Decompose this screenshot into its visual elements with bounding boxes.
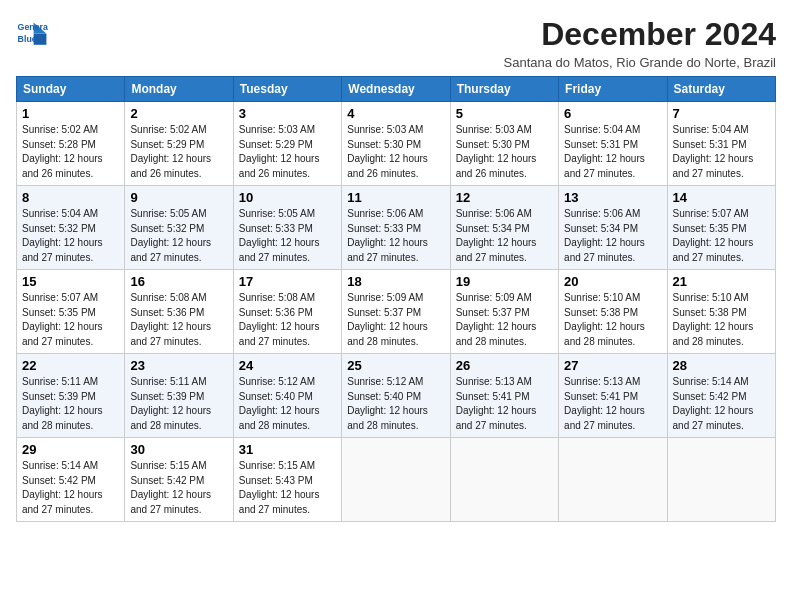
calendar-cell: 12Sunrise: 5:06 AM Sunset: 5:34 PM Dayli… [450, 186, 558, 270]
day-number: 25 [347, 358, 444, 373]
calendar-week-1: 1Sunrise: 5:02 AM Sunset: 5:28 PM Daylig… [17, 102, 776, 186]
calendar-week-2: 8Sunrise: 5:04 AM Sunset: 5:32 PM Daylig… [17, 186, 776, 270]
day-number: 9 [130, 190, 227, 205]
day-info: Sunrise: 5:11 AM Sunset: 5:39 PM Dayligh… [130, 375, 227, 433]
day-info: Sunrise: 5:06 AM Sunset: 5:34 PM Dayligh… [564, 207, 661, 265]
calendar-cell: 6Sunrise: 5:04 AM Sunset: 5:31 PM Daylig… [559, 102, 667, 186]
day-number: 6 [564, 106, 661, 121]
calendar-week-5: 29Sunrise: 5:14 AM Sunset: 5:42 PM Dayli… [17, 438, 776, 522]
calendar-week-4: 22Sunrise: 5:11 AM Sunset: 5:39 PM Dayli… [17, 354, 776, 438]
calendar-cell: 24Sunrise: 5:12 AM Sunset: 5:40 PM Dayli… [233, 354, 341, 438]
calendar-cell [450, 438, 558, 522]
calendar-cell: 18Sunrise: 5:09 AM Sunset: 5:37 PM Dayli… [342, 270, 450, 354]
day-number: 20 [564, 274, 661, 289]
calendar-cell: 19Sunrise: 5:09 AM Sunset: 5:37 PM Dayli… [450, 270, 558, 354]
calendar-header-thursday: Thursday [450, 77, 558, 102]
day-number: 18 [347, 274, 444, 289]
day-info: Sunrise: 5:03 AM Sunset: 5:30 PM Dayligh… [347, 123, 444, 181]
calendar-cell: 16Sunrise: 5:08 AM Sunset: 5:36 PM Dayli… [125, 270, 233, 354]
calendar-cell: 14Sunrise: 5:07 AM Sunset: 5:35 PM Dayli… [667, 186, 775, 270]
day-number: 28 [673, 358, 770, 373]
day-info: Sunrise: 5:04 AM Sunset: 5:32 PM Dayligh… [22, 207, 119, 265]
day-info: Sunrise: 5:04 AM Sunset: 5:31 PM Dayligh… [564, 123, 661, 181]
day-info: Sunrise: 5:03 AM Sunset: 5:29 PM Dayligh… [239, 123, 336, 181]
calendar-header-monday: Monday [125, 77, 233, 102]
calendar-cell: 10Sunrise: 5:05 AM Sunset: 5:33 PM Dayli… [233, 186, 341, 270]
day-info: Sunrise: 5:15 AM Sunset: 5:42 PM Dayligh… [130, 459, 227, 517]
day-info: Sunrise: 5:09 AM Sunset: 5:37 PM Dayligh… [456, 291, 553, 349]
day-info: Sunrise: 5:14 AM Sunset: 5:42 PM Dayligh… [22, 459, 119, 517]
calendar-body: 1Sunrise: 5:02 AM Sunset: 5:28 PM Daylig… [17, 102, 776, 522]
calendar-cell: 4Sunrise: 5:03 AM Sunset: 5:30 PM Daylig… [342, 102, 450, 186]
day-number: 8 [22, 190, 119, 205]
calendar-cell: 9Sunrise: 5:05 AM Sunset: 5:32 PM Daylig… [125, 186, 233, 270]
calendar-cell: 15Sunrise: 5:07 AM Sunset: 5:35 PM Dayli… [17, 270, 125, 354]
calendar-cell: 1Sunrise: 5:02 AM Sunset: 5:28 PM Daylig… [17, 102, 125, 186]
calendar-header-sunday: Sunday [17, 77, 125, 102]
day-number: 16 [130, 274, 227, 289]
day-number: 17 [239, 274, 336, 289]
day-number: 24 [239, 358, 336, 373]
month-title: December 2024 [504, 16, 776, 53]
calendar-header-friday: Friday [559, 77, 667, 102]
day-number: 23 [130, 358, 227, 373]
day-number: 4 [347, 106, 444, 121]
calendar-cell: 20Sunrise: 5:10 AM Sunset: 5:38 PM Dayli… [559, 270, 667, 354]
day-info: Sunrise: 5:09 AM Sunset: 5:37 PM Dayligh… [347, 291, 444, 349]
day-info: Sunrise: 5:07 AM Sunset: 5:35 PM Dayligh… [673, 207, 770, 265]
page-header: General Blue December 2024 Santana do Ma… [16, 16, 776, 70]
day-info: Sunrise: 5:06 AM Sunset: 5:34 PM Dayligh… [456, 207, 553, 265]
day-info: Sunrise: 5:12 AM Sunset: 5:40 PM Dayligh… [239, 375, 336, 433]
day-info: Sunrise: 5:08 AM Sunset: 5:36 PM Dayligh… [130, 291, 227, 349]
calendar-cell: 13Sunrise: 5:06 AM Sunset: 5:34 PM Dayli… [559, 186, 667, 270]
logo-icon: General Blue [16, 16, 48, 48]
logo: General Blue [16, 16, 48, 48]
day-info: Sunrise: 5:06 AM Sunset: 5:33 PM Dayligh… [347, 207, 444, 265]
location-subtitle: Santana do Matos, Rio Grande do Norte, B… [504, 55, 776, 70]
day-number: 2 [130, 106, 227, 121]
calendar-cell: 30Sunrise: 5:15 AM Sunset: 5:42 PM Dayli… [125, 438, 233, 522]
day-number: 21 [673, 274, 770, 289]
day-number: 19 [456, 274, 553, 289]
day-info: Sunrise: 5:07 AM Sunset: 5:35 PM Dayligh… [22, 291, 119, 349]
calendar-table: SundayMondayTuesdayWednesdayThursdayFrid… [16, 76, 776, 522]
day-number: 10 [239, 190, 336, 205]
calendar-header-wednesday: Wednesday [342, 77, 450, 102]
calendar-cell: 26Sunrise: 5:13 AM Sunset: 5:41 PM Dayli… [450, 354, 558, 438]
title-block: December 2024 Santana do Matos, Rio Gran… [504, 16, 776, 70]
day-number: 14 [673, 190, 770, 205]
day-info: Sunrise: 5:14 AM Sunset: 5:42 PM Dayligh… [673, 375, 770, 433]
calendar-cell: 7Sunrise: 5:04 AM Sunset: 5:31 PM Daylig… [667, 102, 775, 186]
day-number: 1 [22, 106, 119, 121]
calendar-cell: 17Sunrise: 5:08 AM Sunset: 5:36 PM Dayli… [233, 270, 341, 354]
day-number: 13 [564, 190, 661, 205]
day-info: Sunrise: 5:13 AM Sunset: 5:41 PM Dayligh… [564, 375, 661, 433]
calendar-cell: 31Sunrise: 5:15 AM Sunset: 5:43 PM Dayli… [233, 438, 341, 522]
day-info: Sunrise: 5:10 AM Sunset: 5:38 PM Dayligh… [564, 291, 661, 349]
calendar-cell: 5Sunrise: 5:03 AM Sunset: 5:30 PM Daylig… [450, 102, 558, 186]
day-number: 5 [456, 106, 553, 121]
calendar-cell: 22Sunrise: 5:11 AM Sunset: 5:39 PM Dayli… [17, 354, 125, 438]
day-number: 7 [673, 106, 770, 121]
calendar-week-3: 15Sunrise: 5:07 AM Sunset: 5:35 PM Dayli… [17, 270, 776, 354]
calendar-cell [667, 438, 775, 522]
day-number: 30 [130, 442, 227, 457]
day-info: Sunrise: 5:03 AM Sunset: 5:30 PM Dayligh… [456, 123, 553, 181]
day-number: 29 [22, 442, 119, 457]
day-number: 11 [347, 190, 444, 205]
day-number: 31 [239, 442, 336, 457]
calendar-cell: 27Sunrise: 5:13 AM Sunset: 5:41 PM Dayli… [559, 354, 667, 438]
day-info: Sunrise: 5:13 AM Sunset: 5:41 PM Dayligh… [456, 375, 553, 433]
calendar-cell: 28Sunrise: 5:14 AM Sunset: 5:42 PM Dayli… [667, 354, 775, 438]
calendar-cell [559, 438, 667, 522]
day-info: Sunrise: 5:15 AM Sunset: 5:43 PM Dayligh… [239, 459, 336, 517]
day-number: 27 [564, 358, 661, 373]
day-info: Sunrise: 5:08 AM Sunset: 5:36 PM Dayligh… [239, 291, 336, 349]
day-info: Sunrise: 5:11 AM Sunset: 5:39 PM Dayligh… [22, 375, 119, 433]
svg-text:General: General [18, 22, 48, 32]
calendar-header-tuesday: Tuesday [233, 77, 341, 102]
day-info: Sunrise: 5:02 AM Sunset: 5:29 PM Dayligh… [130, 123, 227, 181]
day-info: Sunrise: 5:02 AM Sunset: 5:28 PM Dayligh… [22, 123, 119, 181]
day-number: 3 [239, 106, 336, 121]
calendar-cell [342, 438, 450, 522]
